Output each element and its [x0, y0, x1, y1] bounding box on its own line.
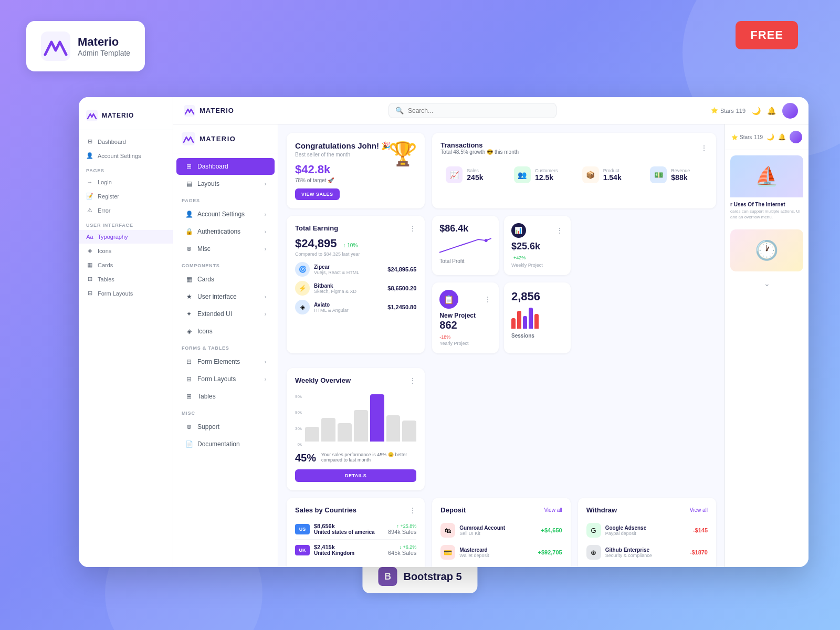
mini-sidebar-item-cards[interactable]: ▦ Cards — [79, 258, 173, 272]
mini-sidebar-item-error[interactable]: ⚠ Error — [79, 203, 173, 217]
gumroad-icon: 🛍 — [440, 523, 455, 538]
bitbank-icon: ⚡ — [295, 281, 310, 296]
right-avatar[interactable] — [790, 131, 802, 143]
mini-sidebar-item-typography[interactable]: Aa Typography — [79, 230, 173, 244]
login-icon: → — [86, 179, 93, 185]
np-sub: Yearly Project — [439, 341, 491, 346]
us-country: United states of america — [314, 529, 388, 535]
right-bell-icon[interactable]: 🔔 — [778, 133, 786, 141]
sidebar-item-ui[interactable]: ★ User interface › — [176, 288, 275, 305]
sidebar-brand: MATERIO — [173, 124, 278, 153]
transactions-more-icon[interactable]: ⋮ — [700, 144, 708, 152]
earning-more-icon[interactable]: ⋮ — [409, 224, 416, 233]
profit-growth: +42% — [513, 255, 526, 260]
user-avatar[interactable] — [782, 103, 798, 119]
product-stat: 📦 Product 1.54k — [577, 161, 640, 188]
view-sales-button[interactable]: VIEW SALES — [295, 188, 340, 200]
sidebar-item-support[interactable]: ⊕ Support — [176, 418, 275, 435]
earning-item-bitbank: ⚡ Bitbank Sketch, Figma & XD $8,6500.20 — [295, 281, 416, 296]
aviato-value: $1,2450.80 — [387, 304, 416, 310]
session-bar-5 — [534, 314, 539, 329]
sidebar-cards-label: Cards — [197, 276, 214, 283]
sidebar-item-layouts[interactable]: ▤ Layouts › — [176, 175, 275, 192]
topbar-search[interactable]: 🔍 — [388, 103, 556, 118]
sidebar-item-cards[interactable]: ▦ Cards — [176, 271, 275, 288]
mini-sidebar-item-login[interactable]: → Login — [79, 175, 173, 189]
sidebar-item-extended[interactable]: ✦ Extended UI › — [176, 306, 275, 322]
sidebar-item-tables[interactable]: ⊞ Tables — [176, 388, 275, 405]
sales-title: Sales by Countries — [295, 506, 356, 514]
sidebar-item-account[interactable]: 👤 Account Settings › — [176, 206, 275, 223]
mini-sidebar-item-register[interactable]: 📝 Register — [79, 189, 173, 203]
profit-amount: $25.6k — [511, 241, 563, 252]
sidebar-account-icon: 👤 — [185, 211, 193, 218]
sidebar-support-icon: ⊕ — [185, 423, 193, 430]
zipcar-icon: 🌀 — [295, 262, 310, 277]
icons-icon: ◈ — [86, 247, 93, 254]
sidebar-item-misc[interactable]: ⊛ Misc › — [176, 240, 275, 257]
mastercard-sub: Wallet deposit — [459, 553, 538, 558]
stars-stat: ⭐ Stars 119 — [711, 107, 746, 114]
expand-button[interactable]: ⌄ — [730, 277, 803, 290]
sidebar-item-icons[interactable]: ◈ Icons — [176, 323, 275, 340]
mastercard-icon: 💳 — [440, 545, 455, 560]
deposit-view-all[interactable]: View all — [544, 507, 562, 513]
sidebar-docs-icon: 📄 — [185, 440, 193, 448]
transactions-title: Transactions — [440, 141, 519, 149]
product-icon: 📦 — [582, 166, 599, 183]
mini-section-pages: PAGES — [79, 163, 173, 175]
mini-sidebar-item-account[interactable]: 👤 Account Settings — [79, 149, 173, 163]
sidebar-extended-label: Extended UI — [197, 310, 232, 318]
error-icon: ⚠ — [86, 207, 93, 214]
mini-sidebar-item-tables[interactable]: ⊞ Tables — [79, 272, 173, 286]
profit-more-icon[interactable]: ⋮ — [556, 226, 563, 235]
topbar-actions: ⭐ Stars 119 🌙 🔔 — [711, 103, 798, 119]
content-area: MATERIO 🔍 ⭐ Stars 119 🌙 🔔 — [173, 97, 808, 567]
sidebar-item-docs[interactable]: 📄 Documentation — [176, 436, 275, 453]
register-icon: 📝 — [86, 193, 93, 200]
moon-icon[interactable]: 🌙 — [752, 107, 761, 115]
sidebar-extended-icon: ✦ — [185, 310, 193, 318]
withdraw-view-all[interactable]: View all — [690, 507, 708, 513]
right-card-2: 🕐 — [730, 229, 803, 271]
search-input[interactable] — [408, 107, 550, 114]
sales-card: Sales by Countries ⋮ US $8,656k United s… — [287, 498, 425, 567]
chevron-right-icon4: › — [265, 246, 266, 252]
sidebar-item-dashboard[interactable]: ⊞ Dashboard — [176, 158, 275, 175]
mini-sidebar-item-dashboard[interactable]: ⊞ Dashboard — [79, 134, 173, 149]
uk-flag: UK — [295, 545, 310, 555]
details-button[interactable]: DETAILS — [295, 469, 416, 482]
dashboard-icon: ⊞ — [86, 138, 93, 145]
zipcar-sub: Vuejs, React & HTML — [314, 270, 359, 275]
earning-item-aviato: ◈ Aviato HTML & Angular $1,2450.80 — [295, 300, 416, 314]
sidebar-formelements-icon: ⊟ — [185, 358, 193, 365]
sidebar-item-formelements[interactable]: ⊟ Form Elements › — [176, 353, 275, 370]
mini-sidebar-item-formlayouts[interactable]: ⊟ Form Layouts — [79, 286, 173, 300]
bitbank-value: $8,6500.20 — [387, 285, 416, 291]
sidebar-section-pages: PAGES — [173, 193, 278, 205]
weekly-more-icon[interactable]: ⋮ — [409, 376, 416, 385]
mastercard-name: Mastercard — [459, 547, 538, 553]
earning-title: Total Earning — [295, 224, 338, 232]
revenue-icon: 💵 — [650, 166, 667, 183]
np-label: New Project — [439, 312, 491, 319]
bell-icon[interactable]: 🔔 — [767, 107, 776, 115]
sidebar-dashboard-icon: ⊞ — [185, 163, 193, 170]
right-panel: ⭐ Stars 119 🌙 🔔 ⛵ r Uses — [724, 124, 808, 567]
uk-country: United Kingdom — [314, 550, 388, 556]
np-more-icon[interactable]: ⋮ — [484, 295, 491, 303]
right-moon-icon[interactable]: 🌙 — [766, 133, 774, 141]
sidebar-docs-label: Documentation — [197, 440, 240, 448]
sidebar-section-misc: MISC — [173, 405, 278, 418]
svg-rect-2 — [184, 105, 195, 117]
sidebar-tables-icon: ⊞ — [185, 393, 193, 400]
sessions-bars — [511, 308, 563, 329]
sales-more-icon[interactable]: ⋮ — [409, 506, 416, 514]
gumroad-amount: +$4,650 — [541, 527, 562, 533]
google-sub: Paypal deposit — [605, 531, 693, 536]
sidebar-item-auth[interactable]: 🔒 Authentications › — [176, 223, 275, 240]
mini-sidebar-item-icons[interactable]: ◈ Icons — [79, 244, 173, 258]
np-change: -18% — [439, 334, 450, 340]
sidebar-item-formlayouts[interactable]: ⊟ Form Layouts › — [176, 371, 275, 387]
bootstrap-label: Bootstrap 5 — [403, 571, 461, 583]
